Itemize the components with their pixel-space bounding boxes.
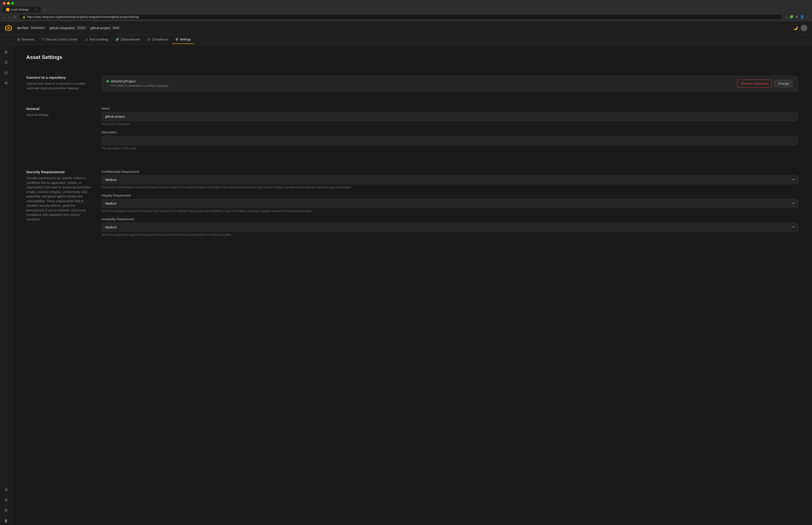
top-nav: devTest Organization / github-integratio… <box>0 21 812 34</box>
description-form-group: Description The description of the asset… <box>102 131 798 150</box>
content-area: Asset Settings Connect to a repository C… <box>12 45 812 525</box>
desc-input[interactable] <box>102 136 798 145</box>
compliance-icon: ⚖ <box>148 38 150 41</box>
repository-card: refoo0/myProject This asset is connected… <box>102 75 798 91</box>
subnav-label-risk: Risk handling <box>90 38 108 41</box>
repository-section: Connect to a repository Connect this ass… <box>26 68 798 99</box>
org-badge: Organization <box>30 26 46 29</box>
repository-section-text: Connect this asset to a repository to en… <box>26 81 92 90</box>
forward-button[interactable]: › <box>8 15 11 19</box>
confidentiality-label: Confidentiality Requirement <box>102 170 798 174</box>
sidebar-dashboard-icon[interactable]: ⊞ <box>2 48 10 56</box>
user-avatar[interactable] <box>801 25 807 31</box>
confidentiality-select[interactable]: Low Medium High Critical <box>102 175 798 184</box>
org-name[interactable]: devTest <box>17 26 28 30</box>
address-bar[interactable]: 🔒 https://main.devguard.org/devtest/proj… <box>19 14 783 20</box>
sidebar-bottom-grid-icon[interactable]: ⊞ <box>2 506 10 514</box>
repo-actions: Remove connection Change <box>737 80 793 87</box>
subnav-item-compliance[interactable]: ⚖ Compliance <box>144 35 171 44</box>
security-section-heading: Security Requirements <box>26 170 92 174</box>
left-sidebar: ⊞ ☰ ⚖ ⚙ ⚙ ⚙ ⊞ g <box>0 45 12 525</box>
confidentiality-hint: Choose the confidentiality requirement b… <box>102 186 798 189</box>
sidebar-bottom-settings-alt-icon[interactable]: ⚙ <box>2 496 10 504</box>
asset-name[interactable]: github-project <box>90 26 110 30</box>
repo-info: refoo0/myProject This asset is connected… <box>106 79 168 87</box>
sidebar-settings-icon[interactable]: ⚙ <box>2 79 10 87</box>
logo-icon <box>5 24 12 32</box>
integrity-select[interactable]: Low Medium High Critical <box>102 199 798 208</box>
integrity-label: Integrity Requirement <box>102 194 798 197</box>
general-section-description: General General settings <box>26 107 92 155</box>
availability-form-group: Availability Requirement Low Medium High… <box>102 217 798 236</box>
browser-actions: ☆ 🧩 ⬇ 👤 ⋮ <box>784 15 809 19</box>
subnav-label-security: Security Control Center <box>46 38 78 41</box>
tab-close-button[interactable]: ✕ <box>35 8 37 11</box>
sub-nav: ⊞ Overview 🛡 Security Control Center ⚠ R… <box>0 34 812 45</box>
change-connection-button[interactable]: Change <box>774 80 793 87</box>
name-form-group: Name The name of the asset. <box>102 107 798 126</box>
download-icon[interactable]: ⬇ <box>795 15 798 19</box>
close-button[interactable] <box>3 2 6 5</box>
desc-label: Description <box>102 131 798 134</box>
asset-badge: Asset <box>112 26 120 29</box>
sidebar-bottom-settings-icon[interactable]: ⚙ <box>2 485 10 494</box>
availability-select[interactable]: Low Medium High Critical <box>102 223 798 232</box>
security-section-description: Security Requirements Security requireme… <box>26 170 92 241</box>
subnav-item-overview[interactable]: ⊞ Overview <box>14 35 37 44</box>
back-button[interactable]: ‹ <box>3 15 6 19</box>
project-badge: Project <box>76 26 87 29</box>
name-hint: The name of the asset. <box>102 122 798 126</box>
risk-icon: ⚠ <box>85 38 88 41</box>
subnav-item-risk[interactable]: ⚠ Risk handling <box>82 35 111 44</box>
security-section-text: Security requirements are specific crite… <box>26 176 92 222</box>
subnav-item-settings[interactable]: ⚙ Settings <box>172 35 194 44</box>
theme-toggle-button[interactable]: 🌙 <box>793 26 798 30</box>
minimize-button[interactable] <box>7 2 10 5</box>
refresh-button[interactable]: ↻ <box>13 15 17 19</box>
project-name[interactable]: github-integration <box>49 26 75 30</box>
repository-section-content: refoo0/myProject This asset is connected… <box>102 75 798 91</box>
top-nav-right: 🌙 <box>793 25 807 31</box>
repo-name: refoo0/myProject <box>111 79 136 83</box>
menu-icon[interactable]: ⋮ <box>806 15 809 19</box>
maximize-button[interactable] <box>11 2 14 5</box>
logo-area <box>5 24 12 32</box>
subnav-item-dependencies[interactable]: 🔗 Dependencies <box>112 35 143 44</box>
availability-hint: Select the availability requirement base… <box>102 233 798 236</box>
overview-icon: ⊞ <box>17 38 20 41</box>
security-section-content: Confidentiality Requirement Low Medium H… <box>102 170 798 241</box>
browser-tabs: Asset Settings ✕ + <box>3 6 809 13</box>
separator-1: / <box>47 26 48 30</box>
subnav-label-compliance: Compliance <box>152 38 168 41</box>
name-input[interactable] <box>102 112 798 121</box>
settings-nav-icon: ⚙ <box>175 38 178 41</box>
subnav-item-security-control[interactable]: 🛡 Security Control Center <box>38 35 81 44</box>
active-tab[interactable]: Asset Settings ✕ <box>3 6 41 13</box>
profile-icon[interactable]: 👤 <box>800 15 804 19</box>
general-section-text: General settings <box>26 112 92 117</box>
desc-hint: The description of the asset. <box>102 147 798 150</box>
general-section-heading: General <box>26 107 92 111</box>
url-text: https://main.devguard.org/devtest/projec… <box>27 15 139 18</box>
sidebar-scale-icon[interactable]: ⚖ <box>2 69 10 77</box>
security-icon: 🛡 <box>42 38 45 41</box>
sidebar-user-initial[interactable]: g <box>2 516 10 525</box>
sidebar-list-icon[interactable]: ☰ <box>2 58 10 66</box>
bookmark-icon[interactable]: ☆ <box>784 15 787 19</box>
general-section: General General settings Name The name o… <box>26 99 798 162</box>
repository-section-description: Connect to a repository Connect this ass… <box>26 75 92 91</box>
repo-name-row: refoo0/myProject <box>106 79 168 83</box>
lock-icon: 🔒 <box>22 16 25 18</box>
new-tab-button[interactable]: + <box>41 6 48 13</box>
integrity-hint: Select the integrity requirement based o… <box>102 209 798 213</box>
tab-favicon <box>6 8 10 11</box>
dependencies-icon: 🔗 <box>116 38 119 41</box>
page-title: Asset Settings <box>26 54 798 60</box>
extensions-icon[interactable]: 🧩 <box>790 15 794 19</box>
address-bar-row: ‹ › ↻ 🔒 https://main.devguard.org/devtes… <box>0 13 812 21</box>
integrity-form-group: Integrity Requirement Low Medium High Cr… <box>102 194 798 213</box>
remove-connection-button[interactable]: Remove connection <box>737 80 772 87</box>
breadcrumb: devTest Organization / github-integratio… <box>17 26 120 30</box>
traffic-lights[interactable] <box>3 2 14 5</box>
subnav-label-overview: Overview <box>21 38 34 41</box>
